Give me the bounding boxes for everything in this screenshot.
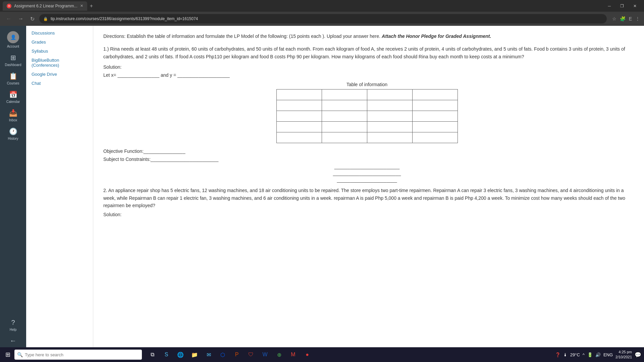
search-input[interactable] xyxy=(25,352,132,357)
nav-item-calendar[interactable]: 📅 Calendar xyxy=(0,88,26,106)
powerpoint-icon[interactable]: P xyxy=(230,348,243,361)
edge-icon[interactable]: 🌐 xyxy=(174,348,187,361)
nav-item-account[interactable]: 👤 Account xyxy=(0,28,26,51)
sidebar-link-chat[interactable]: Chat xyxy=(26,79,93,88)
system-tray: ❓ 🌡 29°C ^ 🔋 🔊 ENG xyxy=(555,352,613,357)
antivirus-icon[interactable]: 🛡 xyxy=(245,348,257,361)
browser-tab[interactable]: ● Assignment 6.2 Linear Programm... ✕ xyxy=(3,1,87,11)
taskbar-right: ❓ 🌡 29°C ^ 🔋 🔊 ENG 4:25 pm 2/10/2021 💬 xyxy=(555,350,641,360)
courses-label: Courses xyxy=(7,81,19,85)
constraint-sub1: _________________________ xyxy=(103,164,631,169)
clock-time: 4:25 pm xyxy=(615,350,632,355)
minimize-button[interactable]: ─ xyxy=(603,0,615,12)
start-button[interactable]: ⊞ xyxy=(3,350,13,360)
constraint-sub3: _______________________ xyxy=(103,177,631,183)
help-tray-icon[interactable]: ❓ xyxy=(555,352,560,357)
table-title: Table of information xyxy=(103,82,631,87)
reload-button[interactable]: ↻ xyxy=(28,14,37,23)
weather-icon: 🌡 xyxy=(563,352,568,357)
menu-icon[interactable]: ⋮ xyxy=(635,16,640,21)
mail-icon[interactable]: ✉ xyxy=(202,348,215,361)
temperature: 29°C xyxy=(570,352,580,357)
nav-item-help[interactable]: ? Help xyxy=(0,316,26,334)
table-cell xyxy=(322,111,367,122)
bookmark-icon[interactable]: ☆ xyxy=(612,16,616,21)
red-app-icon[interactable]: ● xyxy=(301,348,314,361)
objective-line: Objective Function:________________ xyxy=(103,148,631,154)
tab-title: Assignment 6.2 Linear Programm... xyxy=(14,4,77,8)
word-icon[interactable]: W xyxy=(259,348,271,361)
sound-icon: 🔊 xyxy=(595,352,601,357)
profile-icon[interactable]: E xyxy=(629,16,632,21)
dashboard-label: Dashboard xyxy=(5,63,21,67)
nav-item-history[interactable]: 🕐 History xyxy=(0,125,26,143)
nav-item-collapse[interactable]: ← xyxy=(0,334,26,347)
clock: 4:25 pm 2/10/2021 xyxy=(615,350,632,360)
history-label: History xyxy=(8,137,18,140)
info-table xyxy=(276,89,458,143)
table-cell xyxy=(276,132,322,143)
left-nav: 👤 Account ⊞ Dashboard 📋 Courses 📅 Calend… xyxy=(0,26,26,347)
taskbar-search[interactable]: 🔍 xyxy=(14,350,142,360)
account-label: Account xyxy=(7,45,19,48)
constraint-sub2: __________________________ xyxy=(103,171,631,176)
window-controls: ─ ❐ ✕ xyxy=(603,0,641,12)
tab-favicon: ● xyxy=(7,4,11,8)
table-row xyxy=(276,132,458,143)
close-button[interactable]: ✕ xyxy=(629,0,641,12)
table-cell xyxy=(412,122,458,132)
nav-item-dashboard[interactable]: ⊞ Dashboard xyxy=(0,51,26,69)
collapse-icon: ← xyxy=(10,337,16,345)
inbox-icon: 📥 xyxy=(9,109,17,117)
sidebar-link-bigbluebutton[interactable]: BigBlueButton (Conferences) xyxy=(26,56,93,70)
table-cell xyxy=(367,100,412,111)
avatar: 👤 xyxy=(7,31,19,43)
back-button[interactable]: ← xyxy=(4,14,13,23)
table-cell xyxy=(412,89,458,100)
directions-bold: Attach the Honor Pledge for Graded Assig… xyxy=(382,34,491,39)
battery-icon: 🔋 xyxy=(587,352,593,357)
forward-button[interactable]: → xyxy=(16,14,25,23)
gmail-icon[interactable]: M xyxy=(287,348,300,361)
chrome-icon[interactable]: ⊕ xyxy=(273,348,285,361)
nav-item-courses[interactable]: 📋 Courses xyxy=(0,69,26,88)
table-cell xyxy=(322,122,367,132)
calendar-label: Calendar xyxy=(6,100,20,104)
tab-close-button[interactable]: ✕ xyxy=(80,4,83,8)
notification-button[interactable]: 💬 xyxy=(635,352,641,358)
dashboard-icon: ⊞ xyxy=(10,54,16,62)
sidebar-link-discussions[interactable]: Discussions xyxy=(26,28,93,38)
help-icon: ? xyxy=(11,319,15,326)
sidebar-link-google-drive[interactable]: Google Drive xyxy=(26,70,93,79)
table-cell xyxy=(276,100,322,111)
address-bar[interactable]: 🔒 tip.instructure.com/courses/23186/assi… xyxy=(39,14,607,23)
courses-icon: 📋 xyxy=(9,72,17,80)
directions-paragraph: Directions: Establish the table of infor… xyxy=(103,33,631,40)
content-sidebar: Discussions Grades Syllabus BigBlueButto… xyxy=(26,26,93,347)
search-icon: 🔍 xyxy=(17,352,23,357)
taskbar-apps: ⧉ S 🌐 📁 ✉ ⬡ P 🛡 W ⊕ M ● xyxy=(146,348,314,361)
browser-toolbar: ← → ↻ 🔒 tip.instructure.com/courses/2318… xyxy=(0,12,644,26)
nav-item-inbox[interactable]: 📥 Inbox xyxy=(0,106,26,125)
url-text: tip.instructure.com/courses/23186/assign… xyxy=(51,16,198,21)
extensions-icon[interactable]: 🧩 xyxy=(620,16,626,21)
main-content: Directions: Establish the table of infor… xyxy=(93,26,644,347)
table-cell xyxy=(412,132,458,143)
explorer-icon[interactable]: 📁 xyxy=(188,348,201,361)
table-cell xyxy=(412,100,458,111)
table-row xyxy=(276,89,458,100)
dropbox-icon[interactable]: ⬡ xyxy=(216,348,229,361)
table-cell xyxy=(322,132,367,143)
constraint-line: Subject to Constraints:_________________… xyxy=(103,157,631,162)
let-line: Let x= ________________ and y = ________… xyxy=(103,72,631,78)
table-row xyxy=(276,100,458,111)
taskbar: ⊞ 🔍 ⧉ S 🌐 📁 ✉ ⬡ P 🛡 W ⊕ M ● ❓ 🌡 29°C ^ 🔋… xyxy=(0,347,644,362)
network-icon: ^ xyxy=(583,352,585,357)
inbox-label: Inbox xyxy=(9,118,17,122)
maximize-button[interactable]: ❐ xyxy=(615,0,629,12)
new-tab-button[interactable]: + xyxy=(90,3,93,9)
sidebar-link-grades[interactable]: Grades xyxy=(26,38,93,47)
sidebar-link-syllabus[interactable]: Syllabus xyxy=(26,47,93,56)
swift-icon[interactable]: S xyxy=(160,348,173,361)
taskview-button[interactable]: ⧉ xyxy=(146,348,159,361)
